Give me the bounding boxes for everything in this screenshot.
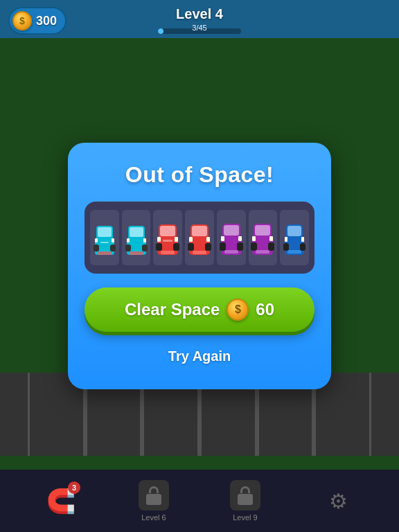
- svg-rect-28: [192, 226, 207, 236]
- svg-rect-49: [256, 250, 269, 254]
- lock-body-icon-2: [238, 494, 253, 505]
- toolbar-magnet[interactable]: 🧲 3: [44, 484, 78, 517]
- svg-rect-4: [110, 245, 116, 251]
- svg-rect-46: [268, 242, 274, 251]
- coin-icon: $: [12, 11, 32, 30]
- clear-space-cost: 60: [256, 300, 274, 319]
- car-slot-5: [217, 210, 246, 265]
- svg-rect-53: [283, 243, 289, 251]
- try-again-button[interactable]: Try Again: [154, 346, 245, 367]
- clear-space-coin-icon: $: [227, 299, 249, 321]
- svg-rect-39: [221, 236, 224, 241]
- lock-body-icon: [146, 494, 161, 505]
- coin-display: $ 300: [8, 7, 66, 35]
- svg-rect-29: [188, 243, 194, 251]
- gear-icon: ⚙: [329, 489, 348, 513]
- svg-rect-6: [112, 238, 114, 242]
- settings-icon-container: ⚙: [321, 484, 355, 517]
- svg-rect-30: [205, 243, 211, 251]
- svg-rect-15: [143, 238, 146, 242]
- top-bar: $ 300 Level 4 3/45: [0, 0, 399, 38]
- clear-space-button[interactable]: Clear Space $ 60: [85, 287, 314, 332]
- lock-shackle-icon-2: [240, 486, 250, 493]
- svg-rect-54: [300, 243, 305, 251]
- svg-rect-24: [161, 251, 175, 254]
- car-slot-7: [280, 210, 309, 265]
- bottom-toolbar: 🧲 3 Level 6 Level 9 ⚙: [0, 470, 399, 532]
- clear-space-label: Clear Space: [125, 300, 220, 319]
- svg-rect-2: [98, 227, 112, 237]
- car-slot-1: [90, 210, 119, 265]
- svg-rect-25: [163, 240, 172, 242]
- coin-count: 300: [36, 14, 57, 28]
- svg-rect-56: [301, 237, 304, 242]
- svg-rect-38: [237, 242, 243, 251]
- svg-rect-22: [157, 237, 161, 242]
- toolbar-level6[interactable]: Level 6: [139, 480, 169, 522]
- svg-rect-8: [100, 242, 109, 243]
- svg-rect-7: [98, 251, 112, 255]
- svg-rect-14: [127, 238, 130, 242]
- level6-label: Level 6: [141, 513, 166, 522]
- car-slot-2: [122, 210, 151, 265]
- svg-rect-12: [125, 245, 131, 251]
- car-slot-6: [249, 210, 278, 265]
- lock-shackle-icon: [149, 486, 159, 493]
- try-again-label: Try Again: [168, 348, 231, 364]
- svg-rect-52: [287, 226, 301, 236]
- svg-rect-11: [130, 227, 143, 237]
- cars-container: [85, 202, 314, 274]
- svg-rect-36: [224, 225, 239, 236]
- toolbar-settings[interactable]: ⚙: [321, 484, 355, 517]
- svg-rect-13: [142, 245, 148, 251]
- car-slot-3: [153, 210, 182, 265]
- svg-rect-21: [173, 243, 179, 251]
- svg-rect-45: [251, 242, 257, 251]
- toolbar-level9[interactable]: Level 9: [230, 480, 260, 522]
- svg-rect-20: [156, 243, 162, 251]
- svg-rect-37: [220, 242, 226, 251]
- modal: Out of Space!: [68, 143, 331, 389]
- progress-bar-fill: [158, 28, 163, 34]
- level9-lock: [230, 480, 260, 511]
- svg-rect-3: [94, 245, 99, 251]
- svg-rect-57: [287, 250, 301, 254]
- progress-text: 3/45: [176, 24, 223, 32]
- svg-rect-32: [206, 237, 210, 242]
- car-slot-4: [185, 210, 214, 265]
- svg-rect-47: [252, 236, 256, 241]
- svg-rect-48: [269, 236, 273, 241]
- svg-rect-19: [160, 226, 175, 236]
- svg-rect-23: [175, 237, 178, 242]
- svg-rect-16: [130, 251, 143, 255]
- level9-label: Level 9: [233, 513, 257, 522]
- svg-rect-40: [238, 236, 242, 241]
- modal-title: Out of Space!: [125, 162, 274, 188]
- svg-rect-41: [224, 250, 238, 254]
- svg-rect-44: [255, 225, 270, 236]
- svg-rect-5: [95, 238, 98, 242]
- level6-lock: [139, 480, 169, 511]
- magnet-icon-container: 🧲 3: [44, 484, 78, 517]
- level-title: Level 4: [176, 6, 223, 22]
- magnet-badge: 3: [68, 481, 80, 494]
- svg-rect-33: [193, 251, 206, 254]
- svg-rect-55: [285, 237, 287, 242]
- svg-rect-31: [189, 237, 193, 242]
